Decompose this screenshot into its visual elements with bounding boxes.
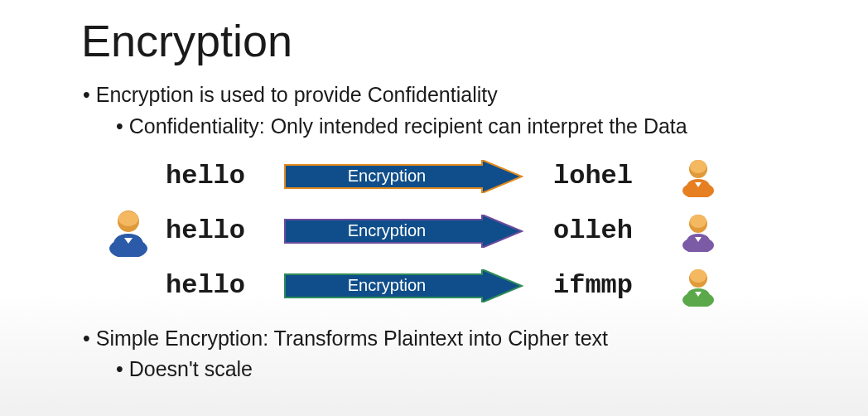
svg-point-11 xyxy=(690,269,706,283)
person-icon xyxy=(105,206,152,257)
svg-point-5 xyxy=(118,211,138,226)
plaintext-value: hello xyxy=(166,161,273,191)
plaintext-value: hello xyxy=(166,215,273,246)
arrow-label: Encryption xyxy=(348,167,427,185)
bullet-list: Encryption is used to provide Confidenti… xyxy=(83,81,802,141)
person-icon xyxy=(679,265,717,307)
person-icon xyxy=(679,156,717,197)
encryption-arrow: Encryption xyxy=(283,215,523,248)
person-icon xyxy=(679,210,717,252)
ciphertext-value: olleh xyxy=(553,215,678,246)
ciphertext-value: ifmmp xyxy=(553,270,678,301)
page-title: Encryption xyxy=(81,15,802,66)
bullet-intro: Encryption is used to provide Confidenti… xyxy=(83,81,802,109)
arrow-label: Encryption xyxy=(348,276,427,294)
bullet-doesnt-scale: Doesn't scale xyxy=(116,356,802,384)
plaintext-value: hello xyxy=(166,270,273,301)
svg-point-2 xyxy=(690,160,706,173)
diagram-row: hello Encryption lohel xyxy=(99,152,802,201)
ciphertext-value: lohel xyxy=(553,161,678,191)
diagram-row: hello Encryption olleh xyxy=(99,207,802,255)
encryption-arrow: Encryption xyxy=(283,269,523,302)
diagram-row: hello Encryption ifmmp xyxy=(99,262,802,310)
bullet-simple-encryption: Simple Encryption: Transforms Plaintext … xyxy=(83,325,802,353)
bullet-confidentiality-definition: Confidentiality: Only intended recipient… xyxy=(116,113,802,141)
svg-point-8 xyxy=(690,215,706,228)
arrow-label: Encryption xyxy=(348,221,427,239)
bullet-list-bottom: Simple Encryption: Transforms Plaintext … xyxy=(83,325,802,385)
encryption-diagram: hello Encryption lohel xyxy=(99,152,802,310)
encryption-arrow: Encryption xyxy=(283,160,523,193)
